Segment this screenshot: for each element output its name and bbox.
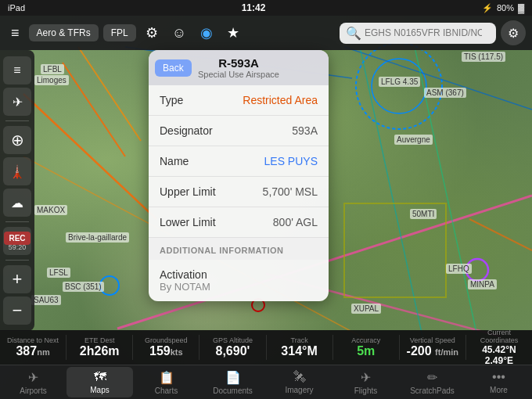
vspeed-value: -200 ft/min [407, 344, 458, 358]
type-label: Type [160, 94, 183, 106]
left-sidebar: ≡ ✈ ⊕ 🗼 ☁ REC 59:20 + − [0, 50, 34, 331]
sidebar-layers-btn[interactable]: ≡ [3, 56, 31, 84]
tab-airports[interactable]: ✈ Airports [0, 367, 66, 398]
tab-scratchpads[interactable]: ✏ ScratchPads [399, 367, 466, 398]
lower-limit-label: Lower Limit [160, 216, 216, 228]
maps-label: Maps [90, 386, 109, 394]
battery-icon: ▓ [518, 3, 524, 13]
panel-row-lower-limit: Lower Limit 800' AGL [149, 207, 329, 238]
name-value: LES PUYS [264, 155, 318, 167]
track-value: 314°M [281, 344, 317, 358]
airports-icon: ✈ [28, 370, 38, 385]
search-input[interactable] [365, 27, 482, 38]
menu-button[interactable]: ≡ [6, 22, 24, 45]
map-label-bsc: BSC (351) [63, 282, 104, 292]
tab-more[interactable]: ••• More [466, 367, 532, 397]
sidebar-rec-btn[interactable]: REC 59:20 [3, 227, 31, 255]
panel-row-type: Type Restricted Area [149, 85, 329, 116]
status-right: ⚡ 80% ▓ [482, 3, 524, 13]
accuracy-stat: Accuracy 5m [333, 335, 400, 360]
sidebar-zoom-in-btn[interactable]: + [3, 265, 31, 293]
additional-info-header: ADDITIONAL INFORMATION [149, 238, 329, 260]
track-stat: Track 314°M [267, 335, 333, 360]
distance-label: Distance to Next [7, 336, 59, 344]
map-label-lfbl: LFBL [41, 64, 64, 74]
star-icon[interactable]: ★ [222, 21, 244, 45]
sidebar-zoom-out-btn[interactable]: − [3, 297, 31, 325]
sidebar-divider-1 [5, 120, 29, 121]
designator-value: 593A [292, 124, 318, 137]
status-bar: iPad 11:42 ⚡ 80% ▓ [0, 0, 532, 16]
sidebar-route-btn[interactable]: ✈ [3, 88, 31, 116]
rec-time: 59:20 [9, 243, 27, 251]
scratchpads-icon: ✏ [427, 370, 437, 385]
map-label-brive: Brive-la-gaillarde [66, 232, 129, 243]
ete-dest-stat: ETE Dest 2h26m [66, 335, 133, 360]
aero-tfrs-tab[interactable]: Aero & TFRs [29, 24, 99, 41]
tab-documents[interactable]: 📄 Documents [200, 367, 266, 398]
gps-altitude-stat: GPS Altitude 8,690' [200, 335, 266, 360]
sidebar-weather-btn[interactable]: ☁ [3, 189, 31, 217]
sidebar-divider-3 [5, 260, 29, 261]
svg-line-1 [63, 63, 125, 156]
circle-nav-icon[interactable]: ◉ [196, 21, 217, 45]
tab-charts[interactable]: 📋 Charts [133, 367, 200, 398]
map-label-asm: ASM (367) [424, 88, 466, 98]
distance-to-next-stat: Distance to Next 387nm [0, 335, 66, 360]
maps-icon: 🗺 [94, 370, 106, 384]
settings-circle-btn[interactable]: ⚙ [501, 20, 526, 45]
name-label: Name [160, 155, 189, 167]
bottom-stats-bar: Distance to Next 387nm ETE Dest 2h26m Gr… [0, 330, 532, 365]
upper-limit-value: 5,700' MSL [263, 185, 318, 198]
gear-icon[interactable]: ⚙ [141, 21, 163, 45]
accuracy-value: 5m [357, 344, 375, 358]
charts-icon: 📋 [159, 370, 174, 385]
sidebar-atc-btn[interactable]: 🗼 [3, 157, 31, 185]
fpl-tab[interactable]: FPL [103, 24, 136, 41]
map-label-xupal: XUPAL [351, 304, 381, 314]
tab-imagery[interactable]: 🛰 Imagery [266, 367, 332, 397]
tab-bar: ✈ Airports 🗺 Maps 📋 Charts 📄 Documents 🛰… [0, 365, 532, 399]
map-label-sau63: SAU63 [31, 295, 61, 305]
vertical-speed-stat: Vertical Speed -200 ft/min [400, 335, 466, 360]
imagery-icon: 🛰 [293, 370, 306, 384]
tab-maps[interactable]: 🗺 Maps [66, 367, 133, 397]
search-icon: 🔍 [346, 26, 361, 41]
lower-limit-value: 800' AGL [273, 216, 318, 228]
charts-label: Charts [155, 386, 178, 395]
panel-header: Back R-593A Special Use Airspace [149, 50, 329, 85]
groundspeed-stat: Groundspeed 159kts [133, 335, 200, 360]
more-icon: ••• [492, 370, 505, 384]
gps-altitude-value: 8,690' [216, 344, 250, 358]
tab-flights[interactable]: ✈ Flights [332, 367, 399, 398]
panel-body: Type Restricted Area Designator 593A Nam… [149, 85, 329, 301]
distance-value: 387nm [16, 344, 49, 358]
search-bar[interactable]: 🔍 [340, 23, 496, 44]
documents-icon: 📄 [225, 370, 241, 385]
map-label-limoges: Limoges [34, 75, 69, 85]
activation-title: Activation [160, 268, 318, 281]
svg-line-9 [360, 47, 422, 336]
track-label: Track [290, 336, 307, 344]
device-label: iPad [8, 3, 25, 13]
back-button[interactable]: Back [155, 59, 192, 77]
coords-value: 45.42°N2.49°E [482, 344, 516, 366]
svg-line-2 [78, 47, 141, 141]
type-value: Restricted Area [243, 94, 318, 106]
designator-label: Designator [160, 124, 213, 137]
coordinates-stat: Current Coordinates 45.42°N2.49°E [466, 327, 532, 368]
map-label-lfsl: LFSL [47, 268, 70, 278]
sidebar-divider-2 [5, 221, 29, 222]
ete-value: 2h26m [80, 344, 120, 358]
coords-label: Current Coordinates [469, 329, 529, 344]
ete-label: ETE Dest [84, 336, 115, 344]
sidebar-waypoint-btn[interactable]: ⊕ [3, 126, 31, 154]
accuracy-label: Accuracy [351, 336, 380, 344]
battery-level: 80% [497, 3, 514, 13]
svg-line-14 [469, 219, 532, 250]
groundspeed-value: 159kts [149, 344, 183, 358]
scratchpads-label: ScratchPads [410, 386, 455, 395]
map-label-lfhq: LFHQ [446, 264, 472, 274]
smiley-icon[interactable]: ☺ [167, 22, 191, 45]
map-label-minpa: MINPA [468, 279, 497, 289]
